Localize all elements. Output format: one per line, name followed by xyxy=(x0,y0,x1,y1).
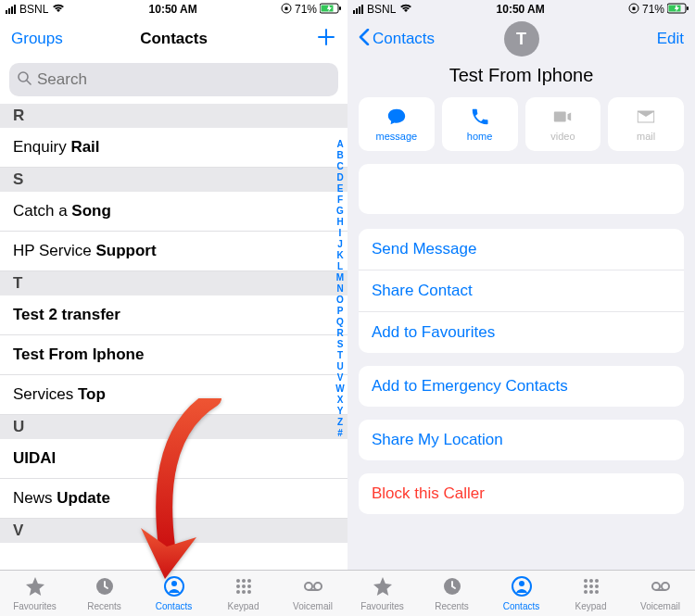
nav-bar: Contacts T Edit xyxy=(348,19,695,59)
svg-rect-3 xyxy=(321,5,333,11)
tab-contacts[interactable]: Contacts xyxy=(139,571,208,616)
action-label: message xyxy=(376,131,418,142)
groups-button[interactable]: Groups xyxy=(11,30,76,48)
svg-point-30 xyxy=(584,579,588,583)
recents-icon xyxy=(94,575,116,599)
contact-row[interactable]: Test From Iphone xyxy=(0,335,348,375)
search-icon xyxy=(17,70,37,89)
action-add-to-favourites[interactable]: Add to Favourites xyxy=(359,312,684,353)
contacts-icon xyxy=(163,575,185,599)
svg-rect-1 xyxy=(284,6,287,10)
svg-point-9 xyxy=(171,581,177,586)
contact-row[interactable]: News Update xyxy=(0,479,348,519)
action-send-message[interactable]: Send Message xyxy=(359,229,684,270)
svg-point-19 xyxy=(305,583,312,590)
carrier-label: BSNL xyxy=(19,3,48,16)
clock-label: 10:50 AM xyxy=(149,3,197,16)
tab-label: Keypad xyxy=(575,601,607,611)
tab-keypad[interactable]: Keypad xyxy=(556,571,626,616)
contact-row[interactable]: UIDAI xyxy=(0,439,348,479)
tab-voicemail[interactable]: Voicemail xyxy=(278,571,348,616)
signal-icon xyxy=(353,5,363,14)
tab-label: Voicemail xyxy=(640,601,680,611)
tab-recents[interactable]: Recents xyxy=(70,571,139,616)
page-title: Contacts xyxy=(140,30,208,48)
home-button[interactable]: home xyxy=(442,97,518,151)
voicemail-icon xyxy=(302,575,324,599)
back-button[interactable]: Contacts xyxy=(359,29,435,50)
svg-rect-25 xyxy=(668,5,680,11)
tab-recents[interactable]: Recents xyxy=(417,571,486,616)
clock-label: 10:50 AM xyxy=(497,3,545,16)
video-button: video xyxy=(525,97,601,151)
tab-favourites[interactable]: Favourites xyxy=(348,571,417,616)
svg-point-39 xyxy=(652,583,660,590)
svg-point-17 xyxy=(242,590,246,594)
signal-icon xyxy=(6,5,16,14)
svg-point-33 xyxy=(584,585,588,588)
svg-point-10 xyxy=(236,579,240,583)
mail-icon xyxy=(636,107,656,129)
tab-label: Contacts xyxy=(156,601,192,611)
info-card xyxy=(359,164,684,214)
home-icon xyxy=(470,107,490,129)
tab-voicemail[interactable]: Voicemail xyxy=(626,571,695,616)
svg-rect-4 xyxy=(339,6,341,10)
svg-point-38 xyxy=(595,590,599,594)
svg-point-20 xyxy=(314,583,322,590)
svg-point-14 xyxy=(242,585,246,588)
tab-label: Contacts xyxy=(503,601,539,611)
svg-point-32 xyxy=(595,579,599,583)
svg-point-34 xyxy=(589,585,593,588)
wifi-icon xyxy=(52,3,65,16)
recents-icon xyxy=(441,575,463,599)
status-bar: BSNL 10:50 AM 71% xyxy=(0,0,348,19)
tab-favourites[interactable]: Favourites xyxy=(0,571,70,616)
svg-point-12 xyxy=(247,579,251,583)
keypad-icon xyxy=(580,575,602,599)
contact-row[interactable]: Enquiry Rail xyxy=(0,128,348,168)
mail-button: mail xyxy=(608,97,684,151)
message-button[interactable]: message xyxy=(359,97,435,151)
voicemail-icon xyxy=(650,575,672,599)
svg-point-35 xyxy=(595,585,599,588)
action-label: mail xyxy=(637,131,655,142)
action-label: video xyxy=(550,131,575,142)
contact-row[interactable]: Catch a Song xyxy=(0,192,348,232)
search-input[interactable] xyxy=(9,63,338,96)
section-header-R: R xyxy=(0,104,348,128)
battery-icon xyxy=(667,3,689,17)
svg-point-31 xyxy=(589,579,593,583)
svg-rect-26 xyxy=(687,6,689,10)
alphabet-index[interactable]: ABCDEFGHIJKLMNOPQRSTUVWXYZ# xyxy=(334,139,347,439)
tab-label: Voicemail xyxy=(293,601,333,611)
svg-rect-23 xyxy=(632,6,635,10)
rotation-lock-icon xyxy=(628,3,639,17)
battery-label: 71% xyxy=(295,3,317,16)
edit-button[interactable]: Edit xyxy=(619,30,684,48)
svg-point-37 xyxy=(589,590,593,594)
search-field[interactable] xyxy=(37,70,331,89)
tab-label: Favourites xyxy=(360,601,404,611)
svg-point-16 xyxy=(236,590,240,594)
nav-bar: Groups Contacts xyxy=(0,19,348,59)
add-contact-button[interactable] xyxy=(272,27,336,52)
contact-row[interactable]: Services Top xyxy=(0,375,348,415)
contact-row[interactable]: Test 2 transfer xyxy=(0,295,348,335)
status-bar: BSNL 10:50 AM 71% xyxy=(348,0,695,19)
tab-label: Keypad xyxy=(228,601,259,611)
favourites-icon xyxy=(24,575,46,599)
tab-label: Recents xyxy=(435,601,469,611)
action-share-my-location[interactable]: Share My Location xyxy=(359,420,684,460)
wifi-icon xyxy=(399,3,412,16)
tab-label: Favourites xyxy=(13,601,57,611)
message-icon xyxy=(386,107,407,129)
action-share-contact[interactable]: Share Contact xyxy=(359,270,684,312)
tab-keypad[interactable]: Keypad xyxy=(208,571,278,616)
section-header-V: V xyxy=(0,519,348,543)
action-block-this-caller[interactable]: Block this Caller xyxy=(359,473,684,514)
tab-contacts[interactable]: Contacts xyxy=(486,571,556,616)
action-add-to-emergency-contacts[interactable]: Add to Emergency Contacts xyxy=(359,366,684,407)
chevron-left-icon xyxy=(359,29,370,50)
contact-row[interactable]: HP Service Support xyxy=(0,232,348,271)
